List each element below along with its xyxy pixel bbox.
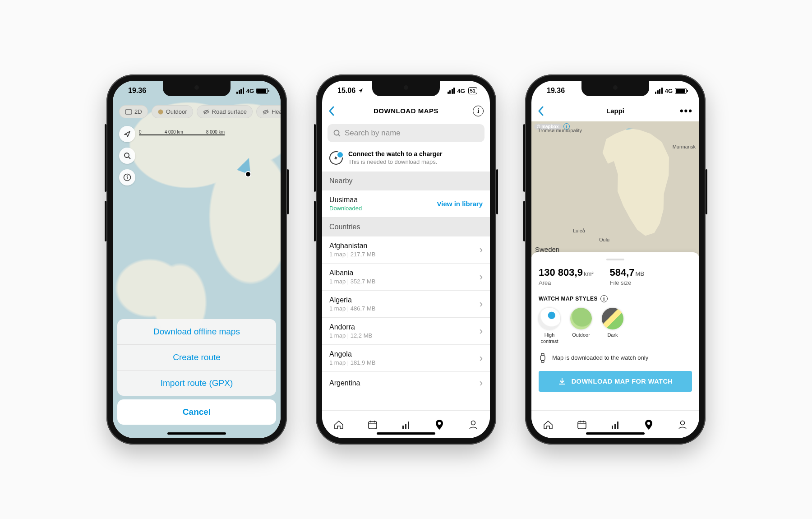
download-offline-maps-button[interactable]: Download offline maps: [117, 319, 276, 344]
device-notch: [372, 81, 440, 96]
panel-grabber[interactable]: [606, 259, 624, 260]
phone-frame-1: 19.36 4G 2D Outdoor Road su: [106, 74, 287, 445]
map-label: Tromsø municipality: [538, 128, 582, 133]
country-row[interactable]: Afghanistan 1 map | 217,7 MB ›: [322, 236, 490, 264]
import-route-button[interactable]: Import route (GPX): [117, 370, 276, 396]
search-input[interactable]: Search by name: [328, 124, 484, 142]
item-title: Albania: [329, 269, 375, 277]
nav-header: DOWNLOAD MAPS i: [322, 101, 490, 121]
info-icon[interactable]: i: [600, 295, 608, 302]
info-button[interactable]: i: [473, 106, 484, 116]
item-sub: 1 map | 12,2 MB: [329, 332, 372, 339]
watch-charger-icon: [329, 151, 343, 165]
svg-point-16: [471, 421, 475, 425]
svg-point-6: [334, 130, 339, 135]
tab-profile[interactable]: [457, 411, 490, 438]
more-button[interactable]: •••: [680, 105, 693, 117]
chevron-right-icon: ›: [480, 244, 483, 256]
cell-signal-icon: [448, 88, 455, 94]
country-row[interactable]: Angola 1 map | 181,9 MB ›: [322, 345, 490, 372]
search-placeholder: Search by name: [345, 129, 401, 138]
style-dark[interactable]: Dark: [602, 308, 623, 345]
country-row[interactable]: Argentina ›: [322, 372, 490, 394]
item-title: Uusimaa: [329, 196, 362, 204]
device-notch: [163, 81, 231, 96]
svg-point-28: [680, 421, 684, 425]
metric-area: 130 803,9km² Area: [539, 267, 594, 286]
download-icon: [558, 377, 566, 385]
map-label: Luleå: [573, 228, 585, 233]
section-countries: Countries: [322, 218, 490, 236]
chevron-right-icon: ›: [480, 271, 483, 283]
section-nearby: Nearby: [322, 171, 490, 190]
chevron-right-icon: ›: [480, 352, 483, 364]
item-title: Algeria: [329, 296, 375, 304]
svg-point-27: [647, 422, 650, 424]
cancel-button[interactable]: Cancel: [117, 399, 276, 425]
home-icon: [542, 419, 554, 430]
style-swatch-icon: [539, 308, 560, 329]
home-icon: [333, 419, 345, 430]
battery-icon: [675, 88, 687, 94]
chevron-right-icon: ›: [480, 298, 483, 310]
charger-subtitle: This is needed to download maps.: [348, 158, 442, 165]
item-sub: 1 map | 352,7 MB: [329, 278, 375, 285]
style-high-contrast[interactable]: High contrast: [539, 308, 560, 345]
device-notch: [581, 81, 649, 96]
metric-file-size: 584,7MB File size: [610, 267, 645, 286]
region-outline: [598, 125, 683, 243]
calendar-icon: [367, 419, 378, 430]
nearby-row-uusimaa[interactable]: Uusimaa Downloaded View in library: [322, 190, 490, 218]
svg-rect-26: [617, 422, 618, 429]
svg-rect-8: [369, 422, 377, 429]
bars-icon: [609, 419, 621, 430]
watch-style-options: High contrast Outdoor Dark: [539, 308, 692, 345]
battery-icon: [256, 88, 268, 94]
svg-rect-20: [578, 422, 586, 429]
item-sub: 1 map | 486,7 MB: [329, 305, 375, 312]
watch-styles-header: WATCH MAP STYLES i: [539, 295, 692, 302]
battery-percent-badge: 51: [468, 87, 477, 94]
back-button[interactable]: [538, 106, 544, 116]
phone-frame-3: 19.36 4G Lappi ••• © mapbox i: [525, 74, 706, 445]
style-outdoor[interactable]: Outdoor: [570, 308, 592, 345]
watch-only-note: Map is downloaded to the watch only: [539, 353, 692, 363]
view-in-library-link[interactable]: View in library: [437, 200, 483, 208]
country-row[interactable]: Algeria 1 map | 486,7 MB ›: [322, 291, 490, 318]
search-icon: [333, 129, 341, 137]
country-row[interactable]: Albania 1 map | 352,7 MB ›: [322, 264, 490, 291]
svg-rect-14: [408, 422, 409, 429]
clock: 19.36: [547, 87, 565, 95]
svg-rect-18: [541, 353, 544, 355]
network-label: 4G: [246, 88, 254, 94]
svg-rect-13: [405, 424, 406, 429]
download-map-button[interactable]: DOWNLOAD MAP FOR WATCH: [539, 371, 692, 392]
svg-line-7: [338, 134, 340, 136]
map-label: Oulu: [599, 237, 609, 242]
tab-profile[interactable]: [666, 411, 699, 438]
charger-hint: Connect the watch to a charger This is n…: [322, 147, 490, 171]
page-title: DOWNLOAD MAPS: [374, 107, 438, 115]
detail-panel: 130 803,9km² Area 584,7MB File size WATC…: [531, 252, 699, 410]
back-button[interactable]: [328, 106, 335, 116]
tab-home[interactable]: [531, 411, 565, 438]
country-row[interactable]: Andorra 1 map | 12,2 MB ›: [322, 318, 490, 345]
svg-rect-25: [614, 424, 616, 429]
phone-frame-2: 15.06 4G 51 DOWNLOAD MAPS i Search by n: [316, 74, 496, 445]
network-label: 4G: [457, 88, 465, 94]
item-title: Andorra: [329, 323, 372, 331]
action-sheet: Download offline maps Create route Impor…: [117, 319, 276, 434]
home-indicator: [377, 432, 435, 435]
item-sub: 1 map | 181,9 MB: [329, 359, 375, 366]
svg-rect-12: [402, 426, 404, 429]
chevron-left-icon: [328, 106, 335, 116]
item-title: Afghanistan: [329, 242, 375, 250]
home-indicator: [167, 432, 226, 435]
tab-home[interactable]: [322, 411, 355, 438]
pin-icon: [434, 418, 445, 431]
clock: 15.06: [337, 87, 355, 95]
create-route-button[interactable]: Create route: [117, 344, 276, 370]
region-map[interactable]: © mapbox i Tromsø municipality Murmansk …: [531, 121, 699, 257]
charger-title: Connect the watch to a charger: [348, 150, 442, 158]
svg-rect-17: [540, 355, 545, 361]
